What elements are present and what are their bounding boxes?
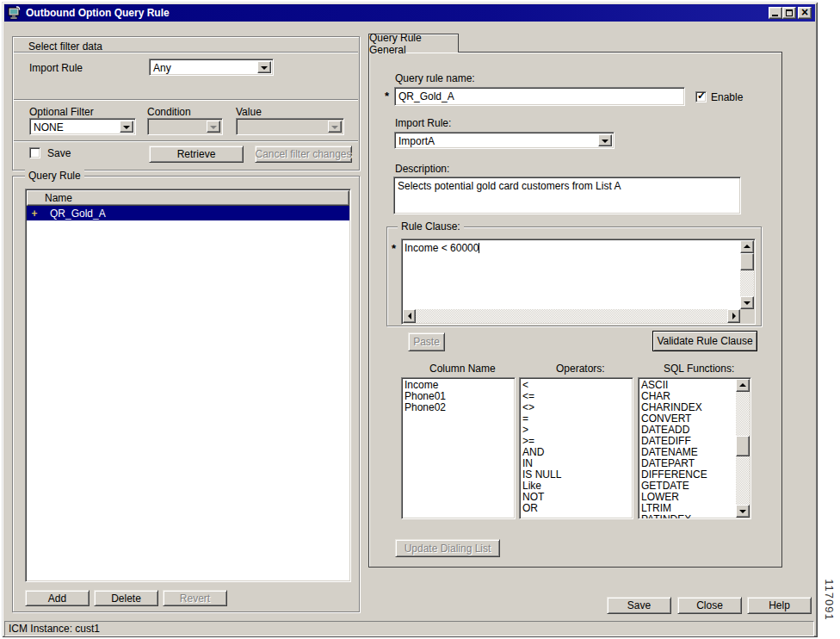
help-button[interactable]: Help — [747, 597, 812, 614]
save-filter-label: Save — [47, 147, 71, 159]
rule-clause-title: Rule Clause: — [398, 220, 464, 233]
query-rule-name-value: QR_Gold_A — [398, 90, 454, 102]
chevron-down-icon — [207, 121, 220, 133]
list-item[interactable]: <> — [522, 402, 631, 413]
list-item[interactable]: <= — [522, 391, 631, 402]
scroll-down-icon[interactable] — [740, 296, 754, 309]
close-icon: × — [801, 8, 808, 16]
query-rule-list[interactable]: Name + QR_Gold_A — [25, 189, 351, 582]
app-icon — [8, 6, 22, 20]
text-caret — [479, 243, 479, 253]
scrollbar-thumb[interactable] — [736, 436, 750, 456]
import-rule-select[interactable]: ImportA — [394, 132, 615, 149]
delete-button[interactable]: Delete — [94, 590, 158, 606]
retrieve-button[interactable]: Retrieve — [149, 146, 244, 163]
window-title: Outbound Option Query Rule — [26, 7, 170, 19]
scroll-up-icon[interactable] — [740, 240, 754, 253]
separator — [14, 140, 358, 142]
horizontal-scrollbar[interactable] — [403, 309, 740, 323]
filter-import-rule-value: Any — [153, 62, 171, 74]
required-marker: * — [392, 242, 396, 255]
description-value: Selects potential gold card customers fr… — [398, 180, 621, 192]
sql-functions-list[interactable]: ASCIICHARCHARINDEXCONVERTDATEADDDATEDIFF… — [638, 377, 751, 519]
update-dialing-list-button: Update Dialing List — [395, 539, 500, 557]
description-input[interactable]: Selects potential gold card customers fr… — [393, 177, 741, 214]
filter-group: Select filter data Import Rule Any Optio… — [12, 36, 360, 171]
chevron-down-icon[interactable] — [120, 121, 133, 133]
check-icon: ✓ — [697, 90, 706, 102]
scroll-right-icon[interactable] — [727, 309, 740, 323]
page: { "window": { "title": "Outbound Option … — [0, 0, 840, 639]
save-filter-checkbox[interactable] — [29, 147, 40, 158]
description-label: Description: — [395, 163, 449, 175]
maximize-button[interactable] — [782, 7, 796, 19]
list-item[interactable]: = — [522, 413, 631, 425]
rule-clause-value: Income < 60000 — [405, 242, 479, 254]
query-rule-group: Query Rule Name + QR_Gold_A Add Delete R… — [12, 176, 360, 612]
scroll-up-icon[interactable] — [736, 379, 750, 392]
close-button[interactable]: × — [798, 7, 812, 19]
title-bar[interactable]: Outbound Option Query Rule × — [4, 4, 815, 22]
filter-group-title: Select filter data — [28, 40, 102, 53]
import-rule-label: Import Rule: — [395, 117, 451, 129]
tab-label: Query Rule General — [369, 32, 458, 56]
rule-clause-textarea[interactable]: Income < 60000 — [401, 239, 756, 325]
list-item[interactable]: AND — [522, 447, 631, 458]
required-marker: * — [385, 90, 389, 102]
list-column-header[interactable]: Name — [27, 190, 349, 206]
query-rule-general-page: Query rule name: * QR_Gold_A ✓ Enable Im… — [368, 52, 782, 568]
optional-filter-label: Optional Filter — [29, 106, 94, 118]
save-button[interactable]: Save — [607, 597, 671, 614]
scroll-left-icon[interactable] — [403, 309, 416, 323]
list-item[interactable]: > — [522, 425, 631, 436]
rule-clause-group: Rule Clause: * Income < 60000 — [386, 226, 762, 326]
close-button[interactable]: Close — [677, 597, 742, 614]
tab-query-rule-general[interactable]: Query Rule General — [368, 34, 459, 53]
list-item[interactable]: PATINDEX — [641, 514, 735, 519]
list-item[interactable]: Phone02 — [405, 402, 513, 413]
operators-label: Operators: — [556, 363, 605, 375]
scrollbar-corner — [740, 309, 754, 323]
chevron-down-icon[interactable] — [257, 61, 271, 73]
separator — [14, 99, 358, 101]
validate-rule-clause-button[interactable]: Validate Rule Clause — [652, 331, 757, 351]
maximize-icon — [786, 9, 793, 16]
query-rule-row-label: QR_Gold_A — [50, 208, 106, 220]
vertical-scrollbar[interactable] — [736, 379, 750, 518]
optional-filter-value: NONE — [34, 121, 64, 133]
enable-checkbox[interactable]: ✓ — [695, 91, 707, 102]
optional-filter-select[interactable]: NONE — [29, 118, 136, 135]
chevron-down-icon[interactable] — [598, 134, 612, 146]
chevron-down-icon — [328, 121, 342, 133]
condition-label: Condition — [147, 106, 191, 118]
paste-button: Paste — [408, 332, 445, 351]
value-label: Value — [236, 106, 262, 118]
list-item[interactable]: < — [522, 380, 631, 391]
value-select — [236, 118, 344, 135]
minimize-button[interactable] — [769, 7, 782, 19]
enable-label: Enable — [711, 91, 743, 103]
scroll-down-icon[interactable] — [736, 505, 750, 518]
figure-number: 117091 — [818, 560, 840, 639]
query-rule-name-label: Query rule name: — [395, 72, 475, 84]
list-item[interactable]: OR — [522, 503, 631, 514]
add-button[interactable]: Add — [25, 590, 90, 606]
sql-functions-label: SQL Functions: — [664, 363, 734, 375]
list-item[interactable]: NOT — [522, 492, 631, 503]
query-rule-row[interactable]: + QR_Gold_A — [27, 206, 349, 220]
dialog-window: Outbound Option Query Rule × Select filt… — [2, 2, 818, 637]
status-bar: ICM Instance: cust1 — [4, 621, 814, 636]
import-rule-label: Import Rule — [29, 62, 83, 74]
cancel-filter-changes-button: Cancel filter changes — [255, 146, 352, 163]
condition-select — [147, 118, 223, 135]
vertical-scrollbar[interactable] — [740, 240, 754, 309]
filter-import-rule-select[interactable]: Any — [149, 59, 274, 76]
import-rule-value: ImportA — [398, 135, 435, 147]
column-name-label: Column Name — [429, 363, 496, 375]
query-rule-name-input[interactable]: QR_Gold_A — [394, 87, 685, 106]
column-name-list[interactable]: IncomePhone01Phone02 — [401, 377, 516, 519]
operators-list[interactable]: <<=<>=>>=ANDINIS NULLLikeNOTOR — [519, 377, 633, 519]
expand-plus-icon[interactable]: + — [27, 208, 42, 220]
scrollbar-thumb[interactable] — [740, 253, 754, 270]
separator — [14, 52, 358, 53]
